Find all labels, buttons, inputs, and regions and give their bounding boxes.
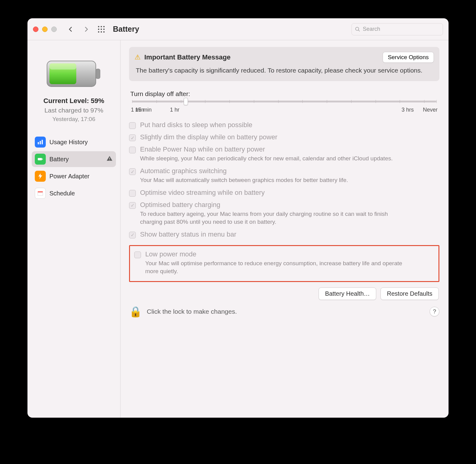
checkbox[interactable]	[129, 232, 136, 238]
preferences-window: Battery Search	[27, 18, 449, 418]
svg-rect-21	[109, 159, 110, 160]
svg-rect-14	[49, 63, 76, 70]
warning-icon	[106, 155, 113, 163]
service-options-button[interactable]: Service Options	[383, 52, 434, 63]
tick-label: 15 min	[135, 107, 152, 113]
battery-alert: ⚠︎ Important Battery Message Service Opt…	[129, 47, 439, 81]
help-button[interactable]: ?	[430, 307, 439, 316]
slider-tick-labels: 1 min 15 min 1 hr 3 hrs Never	[131, 107, 438, 113]
svg-rect-18	[38, 158, 42, 160]
forward-button[interactable]	[81, 24, 92, 35]
bolt-icon	[35, 171, 46, 182]
last-charged-time: Yesterday, 17:06	[52, 116, 96, 123]
footer-buttons: Battery Health… Restore Defaults	[130, 287, 439, 300]
tick-label: 1 hr	[170, 107, 179, 113]
svg-point-7	[101, 31, 102, 32]
search-icon	[355, 27, 360, 32]
svg-point-9	[355, 27, 359, 30]
checkbox[interactable]	[134, 252, 141, 258]
alert-body: The battery's capacity is significantly …	[135, 66, 434, 75]
option-auto-graphics[interactable]: Automatic graphics switching Your Mac wi…	[129, 167, 439, 184]
warning-icon: ⚠︎	[135, 53, 141, 61]
option-optimise-video[interactable]: Optimise video streaming while on batter…	[129, 189, 439, 197]
lock-icon[interactable]: 🔒	[129, 305, 142, 318]
checkbox[interactable]	[129, 190, 136, 197]
checkbox[interactable]	[129, 122, 136, 129]
sidebar-item-schedule[interactable]: Schedule	[32, 185, 116, 201]
battery-icon	[35, 154, 46, 165]
option-desc: While sleeping, your Mac can periodicall…	[140, 155, 393, 163]
window-controls	[33, 27, 57, 32]
option-label: Optimise video streaming while on batter…	[140, 189, 265, 197]
close-button[interactable]	[33, 27, 38, 32]
sidebar-item-label: Power Adapter	[49, 173, 89, 180]
minimize-button[interactable]	[42, 27, 48, 32]
option-desc: Your Mac will optimise performance to re…	[145, 259, 414, 276]
svg-rect-15	[38, 142, 39, 144]
svg-point-5	[103, 28, 105, 30]
option-show-menu-bar[interactable]: Show battery status in menu bar	[129, 230, 439, 238]
svg-line-10	[358, 30, 360, 31]
zoom-button[interactable]	[51, 27, 57, 32]
svg-rect-20	[109, 158, 110, 159]
alert-title: Important Battery Message	[144, 53, 230, 61]
checkbox[interactable]	[129, 202, 136, 209]
tick-label: Never	[423, 107, 438, 113]
sidebar: Current Level: 59% Last charged to 97% Y…	[27, 40, 121, 418]
options-list: Put hard disks to sleep when possible Sl…	[129, 121, 439, 282]
svg-rect-17	[42, 140, 43, 145]
option-label: Low power mode	[145, 250, 414, 258]
back-button[interactable]	[65, 24, 76, 35]
slider-thumb[interactable]	[184, 98, 188, 105]
low-power-mode-highlight: Low power mode Your Mac will optimise pe…	[129, 245, 439, 282]
svg-point-6	[98, 31, 99, 32]
sidebar-item-usage-history[interactable]: Usage History	[32, 134, 116, 150]
search-placeholder: Search	[363, 26, 380, 32]
sidebar-item-label: Battery	[49, 156, 69, 163]
show-all-icon[interactable]	[96, 24, 107, 35]
window-title: Battery	[113, 25, 139, 34]
lock-text: Click the lock to make changes.	[147, 308, 237, 315]
option-hard-disks-sleep[interactable]: Put hard disks to sleep when possible	[129, 121, 439, 129]
battery-illustration-icon	[46, 59, 101, 89]
chart-bar-icon	[35, 137, 46, 148]
checkbox[interactable]	[129, 168, 136, 175]
current-level-label: Current Level: 59%	[43, 97, 104, 105]
restore-defaults-button[interactable]: Restore Defaults	[380, 287, 439, 300]
search-input[interactable]: Search	[352, 23, 443, 35]
svg-point-1	[101, 26, 102, 27]
option-label: Slightly dim the display while on batter…	[140, 133, 277, 141]
last-charged-label: Last charged to 97%	[45, 107, 103, 114]
option-label: Enable Power Nap while on battery power	[140, 145, 393, 153]
svg-rect-16	[40, 141, 41, 144]
svg-point-0	[98, 26, 99, 27]
svg-point-2	[103, 26, 105, 27]
svg-point-4	[101, 28, 102, 30]
tick-label: 3 hrs	[402, 107, 414, 113]
display-off-label: Turn display off after:	[130, 90, 439, 98]
option-low-power-mode[interactable]: Low power mode Your Mac will optimise pe…	[134, 250, 434, 276]
option-desc: Your Mac will automatically switch betwe…	[140, 176, 348, 184]
battery-health-button[interactable]: Battery Health…	[319, 287, 376, 300]
sidebar-nav: Usage History Battery Power Adapter	[32, 134, 116, 201]
option-label: Put hard disks to sleep when possible	[140, 121, 252, 129]
option-dim-display[interactable]: Slightly dim the display while on batter…	[129, 133, 439, 141]
option-label: Optimised battery charging	[140, 201, 409, 209]
sidebar-item-power-adapter[interactable]: Power Adapter	[32, 168, 116, 184]
option-power-nap[interactable]: Enable Power Nap while on battery power …	[129, 145, 439, 163]
option-optimised-charging[interactable]: Optimised battery charging To reduce bat…	[129, 201, 439, 226]
svg-rect-22	[38, 191, 43, 193]
checkbox[interactable]	[129, 134, 136, 141]
checkbox[interactable]	[129, 147, 136, 153]
sidebar-item-label: Schedule	[49, 190, 75, 197]
sidebar-item-battery[interactable]: Battery	[32, 151, 116, 167]
svg-point-3	[98, 28, 99, 30]
option-label: Automatic graphics switching	[140, 167, 348, 175]
svg-rect-23	[38, 192, 43, 195]
main-content: ⚠︎ Important Battery Message Service Opt…	[121, 40, 449, 418]
option-desc: To reduce battery ageing, your Mac learn…	[140, 210, 409, 226]
svg-rect-12	[96, 69, 100, 79]
svg-point-8	[103, 31, 105, 32]
display-off-slider[interactable]: 1 min 15 min 1 hr 3 hrs Never	[129, 101, 439, 113]
calendar-icon	[35, 188, 46, 199]
